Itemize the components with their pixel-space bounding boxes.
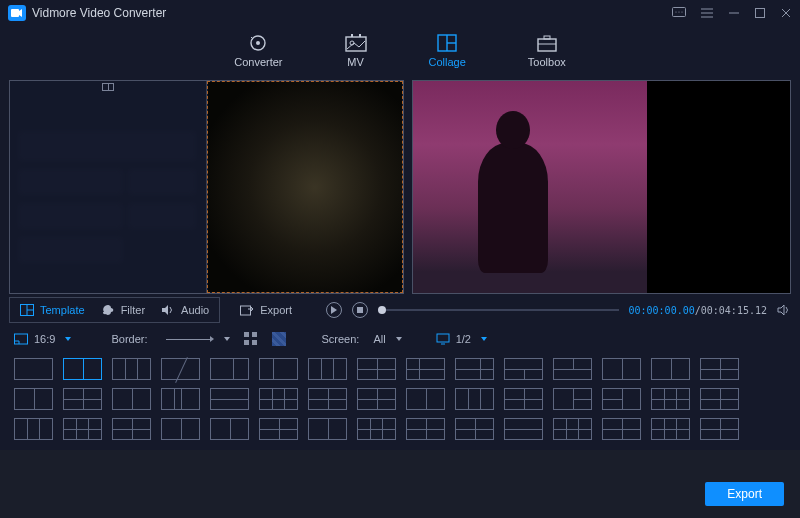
template-item[interactable] — [651, 388, 690, 410]
tab-template[interactable]: Template — [20, 304, 85, 316]
template-item[interactable] — [700, 388, 739, 410]
svg-rect-16 — [351, 34, 353, 37]
template-item[interactable] — [406, 418, 445, 440]
svg-rect-9 — [756, 9, 765, 18]
collage-icon — [437, 34, 457, 52]
svg-rect-23 — [544, 36, 550, 39]
template-item[interactable] — [112, 388, 151, 410]
template-item[interactable] — [14, 358, 53, 380]
template-item[interactable] — [651, 418, 690, 440]
svg-rect-17 — [359, 34, 361, 37]
tab-filter[interactable]: Filter — [101, 304, 145, 316]
template-icon — [20, 304, 34, 316]
template-item[interactable] — [357, 418, 396, 440]
border-grid-button[interactable] — [244, 332, 258, 346]
template-item[interactable] — [602, 358, 641, 380]
border-color-swatch[interactable] — [272, 332, 286, 346]
border-style-dropdown[interactable] — [162, 337, 230, 341]
export-button[interactable]: Export — [705, 482, 784, 506]
svg-point-2 — [675, 11, 676, 12]
slot-handle-icon[interactable] — [102, 83, 114, 91]
nav-collage[interactable]: Collage — [423, 32, 472, 70]
template-item[interactable] — [14, 418, 53, 440]
mv-icon — [345, 34, 367, 52]
template-item[interactable] — [700, 358, 739, 380]
border-label: Border: — [111, 333, 147, 345]
nav-toolbox[interactable]: Toolbox — [522, 32, 572, 70]
template-item[interactable] — [259, 418, 298, 440]
template-item[interactable] — [553, 418, 592, 440]
template-item[interactable] — [112, 418, 151, 440]
template-item[interactable] — [63, 388, 102, 410]
tab-export[interactable]: Export — [240, 304, 292, 316]
template-item[interactable] — [602, 418, 641, 440]
template-item[interactable] — [210, 388, 249, 410]
collage-canvas[interactable] — [9, 80, 404, 294]
template-item[interactable] — [308, 388, 347, 410]
converter-icon — [248, 34, 268, 52]
template-item[interactable] — [308, 358, 347, 380]
svg-rect-29 — [15, 334, 28, 344]
template-item[interactable] — [455, 418, 494, 440]
template-item[interactable] — [259, 388, 298, 410]
template-item[interactable] — [357, 388, 396, 410]
nav-converter[interactable]: Converter — [228, 32, 288, 70]
template-item[interactable] — [161, 388, 200, 410]
template-item[interactable] — [63, 418, 102, 440]
template-item[interactable] — [112, 358, 151, 380]
stop-button[interactable] — [352, 302, 368, 318]
screen-label: Screen: — [322, 333, 360, 345]
export-icon — [240, 304, 254, 316]
template-item[interactable] — [504, 388, 543, 410]
template-item[interactable] — [651, 358, 690, 380]
template-item[interactable] — [161, 418, 200, 440]
template-item[interactable] — [602, 388, 641, 410]
preview-left — [413, 81, 647, 293]
monitor-icon — [436, 333, 450, 345]
time-display: 00:00:00.00/00:04:15.12 — [629, 305, 768, 316]
template-item[interactable] — [553, 388, 592, 410]
template-item[interactable] — [455, 388, 494, 410]
collage-slot-2[interactable] — [207, 81, 404, 293]
template-item[interactable] — [504, 418, 543, 440]
nav-mv[interactable]: MV — [339, 32, 373, 70]
feedback-icon[interactable] — [672, 7, 686, 19]
progress-bar[interactable] — [378, 309, 618, 311]
aspect-icon — [14, 333, 28, 345]
svg-point-13 — [256, 41, 260, 45]
template-item[interactable] — [259, 358, 298, 380]
filter-icon — [101, 304, 115, 316]
template-item[interactable] — [700, 418, 739, 440]
template-item[interactable] — [357, 358, 396, 380]
template-item[interactable] — [210, 358, 249, 380]
svg-rect-21 — [538, 39, 556, 51]
template-item[interactable] — [161, 358, 200, 380]
toolbox-icon — [537, 34, 557, 52]
template-item[interactable] — [63, 358, 102, 380]
volume-icon[interactable] — [777, 304, 791, 316]
menu-icon[interactable] — [700, 7, 714, 19]
maximize-icon[interactable] — [754, 7, 766, 19]
app-title: Vidmore Video Converter — [32, 6, 672, 20]
screen-dropdown[interactable]: All — [373, 333, 401, 345]
play-button[interactable] — [326, 302, 342, 318]
app-logo — [8, 5, 26, 21]
template-item[interactable] — [14, 388, 53, 410]
template-item[interactable] — [406, 358, 445, 380]
collage-slot-1[interactable] — [10, 81, 207, 293]
preview-zoom-dropdown[interactable]: 1/2 — [436, 333, 487, 345]
close-icon[interactable] — [780, 7, 792, 19]
preview-panel — [412, 80, 791, 294]
minimize-icon[interactable] — [728, 7, 740, 19]
template-item[interactable] — [553, 358, 592, 380]
template-item[interactable] — [308, 418, 347, 440]
play-icon — [331, 306, 337, 314]
template-item[interactable] — [504, 358, 543, 380]
template-item[interactable] — [210, 418, 249, 440]
template-item[interactable] — [406, 388, 445, 410]
svg-point-4 — [681, 11, 682, 12]
tab-audio[interactable]: Audio — [161, 304, 209, 316]
aspect-ratio-dropdown[interactable]: 16:9 — [14, 333, 71, 345]
template-item[interactable] — [455, 358, 494, 380]
stop-icon — [357, 307, 363, 313]
